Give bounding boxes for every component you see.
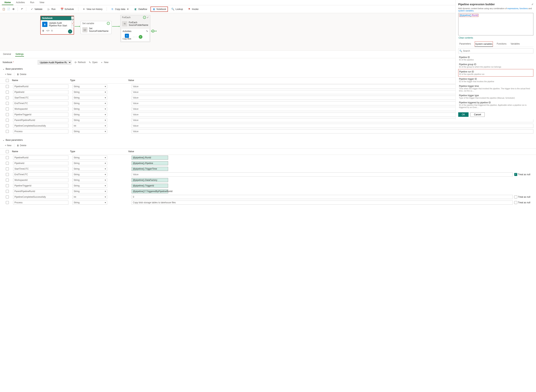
type-select[interactable]: String▾: [72, 129, 107, 134]
undo-icon[interactable]: ↶: [20, 8, 24, 11]
fail-handle[interactable]: ✕: [71, 23, 74, 25]
value-input[interactable]: [132, 124, 533, 128]
clear-contents-link[interactable]: Clear contents: [458, 35, 533, 40]
delete-icon[interactable]: 🗑: [42, 29, 44, 33]
row-checkbox[interactable]: [6, 201, 9, 204]
tab-variables[interactable]: Variables: [510, 41, 520, 47]
row-checkbox[interactable]: [6, 96, 9, 99]
name-input[interactable]: [13, 107, 68, 111]
value-expression[interactable]: @pipeline().RunId: [132, 156, 168, 160]
type-select[interactable]: String▾: [72, 84, 107, 89]
copy-data-button[interactable]: ⎘Copy data▾: [110, 7, 131, 11]
settings-icon[interactable]: ⚙: [12, 8, 15, 11]
tab-general[interactable]: General: [3, 52, 11, 56]
treat-null-checkbox[interactable]: [514, 201, 517, 204]
name-input[interactable]: [13, 173, 68, 177]
tab-run[interactable]: Run: [28, 0, 37, 5]
row-checkbox[interactable]: [6, 107, 9, 110]
value-expression[interactable]: @pipeline().TriggerTime: [132, 167, 168, 171]
system-variable-item[interactable]: Pipeline trigger timeTime when the trigg…: [458, 84, 533, 93]
value-expression[interactable]: @pipeline()?.TriggeredByPipelineRunId: [132, 189, 168, 193]
row-checkbox[interactable]: [6, 130, 9, 133]
row-checkbox[interactable]: [6, 162, 9, 165]
tab-home[interactable]: Home: [2, 0, 13, 5]
value-expression[interactable]: @pipeline().TriggerId: [132, 184, 168, 188]
tab-view[interactable]: View: [37, 0, 47, 5]
lookup-button[interactable]: 🔍Lookup: [170, 7, 184, 11]
dataflow-button[interactable]: ◧Dataflow: [133, 7, 149, 11]
system-variable-item[interactable]: Pipeline IDID of the pipeline: [458, 55, 533, 62]
node-foreach[interactable]: ForEach ✓⤢ ⟲ ForEachSourceFolderName Act…: [120, 15, 150, 42]
system-variable-item[interactable]: Pipeline group IDID of the group to whic…: [458, 62, 533, 69]
type-select[interactable]: String▾: [72, 167, 107, 171]
refresh-button[interactable]: ⟳Refresh: [74, 61, 86, 64]
row-checkbox[interactable]: [6, 124, 9, 127]
success-handle[interactable]: ✓: [71, 16, 74, 19]
notebook-select[interactable]: Update Audit Pipeline Run: [38, 60, 72, 65]
name-input[interactable]: [13, 201, 68, 205]
go-icon[interactable]: →: [68, 29, 72, 33]
row-checkbox[interactable]: [6, 196, 9, 198]
code-icon[interactable]: </>: [46, 29, 49, 33]
cancel-button[interactable]: Cancel: [470, 112, 484, 117]
link-expressions[interactable]: expressions, functions: [507, 7, 528, 9]
type-select[interactable]: String▾: [72, 156, 107, 160]
row-checkbox[interactable]: [6, 85, 9, 88]
type-select[interactable]: String▾: [72, 178, 107, 182]
complete-handle[interactable]: →: [71, 25, 74, 28]
value-input[interactable]: [132, 195, 513, 199]
name-input[interactable]: [13, 118, 68, 122]
clipboard-icon[interactable]: 📋: [2, 8, 5, 11]
tab-activities[interactable]: Activities: [13, 0, 27, 5]
type-select[interactable]: String▾: [72, 101, 107, 105]
name-input[interactable]: [13, 195, 68, 199]
open-button[interactable]: ✎Open: [88, 61, 97, 64]
row-checkbox[interactable]: [6, 102, 9, 105]
value-input[interactable]: [132, 129, 533, 134]
type-select[interactable]: String▾: [72, 118, 107, 122]
tab-settings[interactable]: Settings: [15, 52, 24, 56]
row-checkbox[interactable]: [6, 119, 9, 122]
row-checkbox[interactable]: [6, 190, 9, 193]
system-variable-item[interactable]: Pipeline trigger typeType of the trigger…: [458, 93, 533, 100]
type-select[interactable]: String▾: [72, 90, 107, 94]
paste-icon[interactable]: 📄: [7, 8, 10, 11]
system-variable-item[interactable]: Pipeline run IDID of the specific pipeli…: [458, 69, 533, 77]
notebook-button[interactable]: ▮Notebook: [150, 7, 168, 12]
link-sysvars[interactable]: system variables: [458, 9, 474, 12]
name-input[interactable]: [13, 84, 68, 89]
name-input[interactable]: [13, 161, 68, 165]
name-input[interactable]: [13, 167, 68, 171]
type-select[interactable]: Int▾: [72, 195, 107, 199]
validate-button[interactable]: ✓Validate: [29, 7, 44, 11]
type-select[interactable]: String▾: [72, 96, 107, 100]
run-button[interactable]: ▷Run: [46, 7, 57, 11]
value-expression[interactable]: @pipeline().DataFactory: [132, 178, 168, 182]
tab-system-variables[interactable]: System variables: [475, 41, 493, 47]
value-expression[interactable]: @pipeline().Pipeline: [132, 161, 168, 165]
name-input[interactable]: [13, 96, 68, 100]
row-checkbox[interactable]: [6, 179, 9, 182]
type-select[interactable]: String▾: [72, 184, 107, 188]
new-button[interactable]: +New: [100, 61, 109, 64]
treat-null-checkbox[interactable]: [514, 173, 517, 176]
search-input[interactable]: [458, 48, 533, 53]
new-param-button[interactable]: +New: [5, 144, 11, 147]
skip-handle[interactable]: ↷: [71, 19, 74, 22]
treat-null-checkbox[interactable]: [514, 196, 517, 198]
type-select[interactable]: String▾: [72, 173, 107, 177]
ok-button[interactable]: OK: [458, 112, 469, 117]
node-setvar[interactable]: Set variable✓ {𝑥} SetSourceFolderName: [81, 21, 111, 34]
type-select[interactable]: String▾: [72, 189, 107, 193]
name-input[interactable]: [13, 124, 68, 128]
type-select[interactable]: String▾: [72, 107, 107, 111]
expand-icon[interactable]: ⤢: [147, 16, 149, 19]
expand-icon[interactable]: ⤢: [531, 3, 533, 6]
name-input[interactable]: [13, 184, 68, 188]
base-params-header-2[interactable]: ⌄Base parameters: [0, 138, 536, 142]
invoke-button[interactable]: ⚑Invoke: [186, 7, 200, 11]
expression-editor[interactable]: @pipeline().RunId: [458, 13, 533, 35]
edit-icon[interactable]: ✎: [146, 30, 148, 33]
history-button[interactable]: ≡View run history: [81, 7, 104, 11]
name-input[interactable]: [13, 129, 68, 134]
